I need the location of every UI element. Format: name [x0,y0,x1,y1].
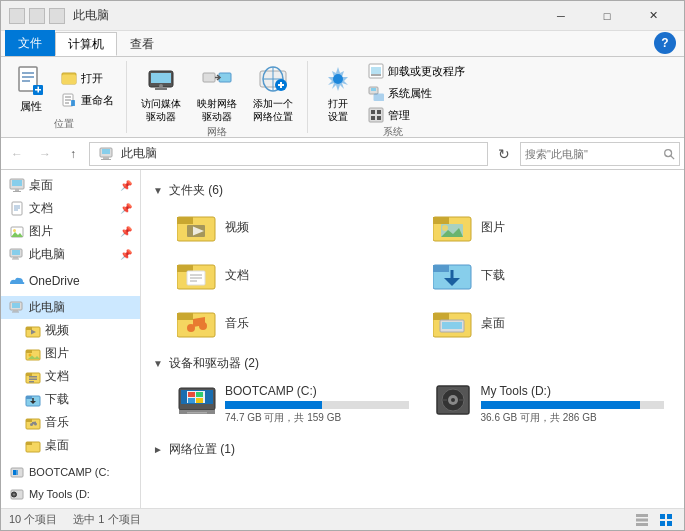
drive-mytools-name: My Tools (D:) [481,384,665,398]
ribbon-group-network-buttons: 访问媒体 驱动器 [135,61,299,125]
svg-rect-18 [155,88,167,90]
svg-rect-125 [188,398,195,403]
svg-rect-138 [660,514,665,519]
svg-rect-58 [12,250,20,255]
svg-point-83 [30,423,33,426]
up-button[interactable]: ↑ [61,142,85,166]
svg-rect-94 [177,217,193,224]
minimize-button[interactable]: ─ [538,1,584,31]
address-path: 此电脑 [121,145,157,162]
svg-rect-59 [13,257,18,259]
search-icon [663,147,675,161]
drive-mytools-info: My Tools (D:) 36.6 GB 可用，共 286 GB [481,384,665,425]
sidebar-item-videos[interactable]: 视频 [1,319,140,342]
svg-point-100 [442,225,448,231]
drives-section-title: 设备和驱动器 (2) [169,355,259,372]
pic-icon [9,224,25,240]
refresh-button[interactable]: ↻ [492,142,516,166]
svg-rect-137 [636,523,648,526]
drive-item-mytools[interactable]: My Tools (D:) 36.6 GB 可用，共 286 GB [425,380,673,429]
sidebar-item-onedrive[interactable]: OneDrive [1,270,140,292]
map-network-button[interactable]: 映射网络 驱动器 [191,61,243,125]
drive-d-icon [9,486,25,502]
rename-button[interactable]: 重命名 [57,90,118,110]
drives-section-header[interactable]: ▼ 设备和驱动器 (2) [153,355,672,372]
svg-rect-42 [103,157,109,159]
pin-icon: 📌 [120,226,132,237]
list-view-button[interactable] [632,510,652,530]
sidebar-item-desktop[interactable]: 桌面 📌 [1,174,140,197]
svg-point-17 [159,84,163,88]
close-button[interactable]: ✕ [630,1,676,31]
folder-item-music[interactable]: 音乐 [169,303,417,343]
svg-rect-47 [12,180,22,186]
folder-item-videos[interactable]: 视频 [169,207,417,247]
svg-rect-64 [12,311,19,312]
tab-file[interactable]: 文件 [5,30,55,56]
folder-item-pictures[interactable]: 图片 [425,207,673,247]
manage-button[interactable]: 管理 [364,105,469,125]
svg-rect-41 [102,149,110,154]
sidebar-item-desktop-sub[interactable]: 桌面 [1,434,140,457]
folder-item-downloads[interactable]: 下载 [425,255,673,295]
pin-icon: 📌 [120,249,132,260]
search-input[interactable] [525,148,663,160]
sidebar-item-downloads[interactable]: 下载 [1,388,140,411]
tab-view[interactable]: 查看 [117,32,167,56]
sidebar-item-music[interactable]: 音乐 [1,411,140,434]
sidebar-item-documents-sub[interactable]: 文档 [1,365,140,388]
sidebar-item-this-pc[interactable]: 此电脑 [1,296,140,319]
desktop-folder-icon [25,438,41,454]
title-bar-icons [9,8,65,24]
svg-rect-128 [187,412,207,414]
folders-section-header[interactable]: ▼ 文件夹 (6) [153,182,672,199]
svg-rect-16 [151,73,171,83]
svg-rect-117 [433,313,449,320]
svg-rect-6 [38,86,40,92]
folder-item-documents[interactable]: 文档 [169,255,417,295]
add-network-button[interactable]: 添加一个 网络位置 [247,61,299,125]
drive-bootcamp-info: BOOTCAMP (C:) 74.7 GB 可用，共 159 GB [225,384,409,425]
status-bar: 10 个项目 选中 1 个项目 [1,508,684,530]
folders-grid: 视频 图片 [153,207,672,343]
svg-rect-135 [636,514,648,517]
sidebar-item-documents[interactable]: 文档 📌 [1,197,140,220]
folders-section-title: 文件夹 (6) [169,182,223,199]
svg-point-132 [451,398,455,402]
back-button[interactable]: ← [5,142,29,166]
address-field[interactable]: 此电脑 [89,142,488,166]
sidebar-item-mytools[interactable]: My Tools (D: [1,483,140,505]
tab-computer[interactable]: 计算机 [55,32,117,56]
sidebar-item-bootcamp[interactable]: BOOTCAMP (C: [1,461,140,483]
sidebar-item-pictures[interactable]: 图片 📌 [1,220,140,243]
grid-view-button[interactable] [656,510,676,530]
svg-rect-139 [667,514,672,519]
ribbon-group-network: 访问媒体 驱动器 [127,61,308,133]
ribbon: 文件 计算机 查看 ? [1,31,684,138]
folder-item-desktop[interactable]: 桌面 [425,303,673,343]
video-folder-large-icon [177,211,217,243]
help-button[interactable]: ? [654,32,676,54]
open-settings-button[interactable]: 打开 设置 [316,61,360,125]
network-section-header[interactable]: ► 网络位置 (1) [153,441,672,458]
sidebar-item-pictures-sub[interactable]: 图片 [1,342,140,365]
sys-props-button[interactable]: 系统属性 [364,83,469,103]
ribbon-group-location-buttons: 属性 打开 [9,61,118,117]
network-section-title: 网络位置 (1) [169,441,235,458]
maximize-button[interactable]: □ [584,1,630,31]
svg-point-115 [199,322,207,330]
dl-folder-icon [25,392,41,408]
svg-rect-75 [29,378,37,380]
forward-button[interactable]: → [33,142,57,166]
folder-label-videos: 视频 [225,219,249,236]
access-media-button[interactable]: 访问媒体 驱动器 [135,61,187,125]
media-icon [145,63,177,95]
uninstall-button[interactable]: 卸载或更改程序 [364,61,469,81]
open-button[interactable]: 打开 [57,68,118,88]
sidebar-item-this-pc-pin[interactable]: 此电脑 📌 [1,243,140,266]
open-icon [61,70,77,86]
add-network-icon [257,63,289,95]
ribbon-content: 属性 打开 [1,57,684,137]
properties-button[interactable]: 属性 [9,63,53,116]
drive-item-bootcamp[interactable]: BOOTCAMP (C:) 74.7 GB 可用，共 159 GB [169,380,417,429]
